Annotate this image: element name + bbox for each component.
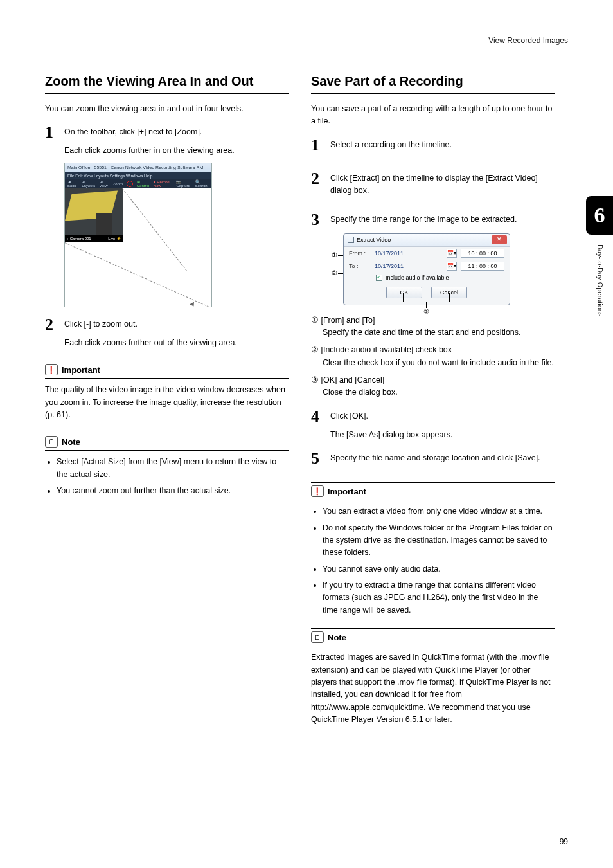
view-button[interactable]: ⊞ View — [100, 179, 109, 188]
page-number: 99 — [560, 837, 568, 846]
list-item: You cannot save only audio data. — [323, 563, 555, 575]
right-column: Save Part of a Recording You can save a … — [311, 74, 555, 732]
note-bar: 🗒 Note — [311, 628, 555, 646]
section-title-save: Save Part of a Recording — [311, 74, 555, 94]
step-text: On the toolbar, click [+] next to [Zoom]… — [64, 124, 202, 141]
step-text: Specify the time range for the image to … — [330, 212, 517, 228]
include-audio-row: Include audio if available — [344, 273, 510, 283]
dialog-titlebar: Extract Video ✕ — [344, 234, 510, 247]
from-date[interactable]: 10/17/2011 — [375, 250, 443, 257]
screenshot-dialog: ① ② Extract Video ✕ From : 10/17/2011 📅▾ — [330, 233, 517, 305]
annotation-3: ③ — [422, 308, 430, 316]
record-now-button[interactable]: ● Record Now — [154, 180, 173, 188]
step-number: 3 — [311, 212, 324, 228]
note-icon: 🗒 — [45, 436, 58, 448]
date-picker-icon[interactable]: 📅▾ — [447, 262, 457, 271]
step-sub: The [Save As] dialog box appears. — [330, 429, 555, 441]
intro-text: You can zoom the viewing area in and out… — [45, 103, 289, 115]
step-5: 5 Specify the file name and storage loca… — [311, 450, 555, 467]
page: View Recorded Images 6 Day-to-Day Operat… — [0, 0, 613, 868]
step-number: 5 — [311, 450, 324, 467]
include-audio-checkbox[interactable] — [376, 275, 382, 281]
list-item: If you try to extract a time range that … — [323, 579, 555, 617]
step-number: 4 — [311, 408, 324, 425]
chapter-tab: 6 — [586, 196, 613, 235]
capture-button[interactable]: 📷 Capture — [176, 179, 191, 188]
chapter-label: Day-to-Day Operations — [592, 244, 604, 317]
camera-live-badge: Live ⚡ — [108, 235, 121, 242]
to-time[interactable]: 11 : 00 : 00 — [461, 262, 504, 271]
step-4: 4 Click [OK]. — [311, 408, 555, 425]
important-body: The quality of the video image in the vi… — [45, 384, 289, 421]
def-body-3: Close the dialog box. — [320, 386, 555, 399]
search-button[interactable]: 🔍 Search — [195, 179, 209, 188]
zoom-plus-button[interactable] — [127, 181, 133, 187]
from-time[interactable]: 10 : 00 : 00 — [461, 249, 504, 258]
step-2: 2 Click [-] to zoom out. — [45, 316, 289, 333]
step-text: Click [Extract] on the timeline to displ… — [330, 170, 555, 197]
list-item: Select [Actual Size] from the [View] men… — [57, 456, 289, 481]
step-text: Select a recording on the timeline. — [330, 137, 452, 154]
section-title-zoom: Zoom the Viewing Area In and Out — [45, 74, 289, 94]
window-titlebar: Main Office - 55501 - Canon Network Vide… — [65, 163, 211, 172]
app-icon — [348, 237, 354, 243]
date-picker-icon[interactable]: 📅▾ — [447, 249, 457, 258]
annotation-1: ① — [330, 251, 338, 259]
def-label-3: ③ [OK] and [Cancel] — [311, 374, 555, 386]
to-label: To : — [349, 263, 371, 269]
from-row: From : 10/17/2011 📅▾ 10 : 00 : 00 — [344, 247, 510, 260]
important-icon: ❗ — [45, 364, 58, 375]
to-date[interactable]: 10/17/2011 — [375, 263, 443, 269]
note-title: Note — [328, 633, 346, 642]
camera-tile-label: ▸ Camera 001 Live ⚡ — [65, 235, 123, 242]
step-3: 3 Specify the time range for the image t… — [311, 212, 555, 228]
annotation-2: ② — [330, 269, 338, 277]
camera-name: ▸ Camera 001 — [67, 235, 91, 242]
step-number: 2 — [45, 316, 58, 333]
list-item: You cannot zoom out further than the act… — [57, 485, 289, 497]
dialog-title: Extract Video — [357, 237, 391, 243]
screenshot-viewer: Main Office - 55501 - Canon Network Vide… — [64, 163, 212, 307]
left-column: Zoom the Viewing Area In and Out You can… — [45, 74, 289, 732]
step-text: Specify the file name and storage locati… — [330, 450, 540, 467]
ok-button[interactable]: OK — [386, 287, 422, 298]
step-sub: Each click zooms further in on the viewi… — [64, 145, 289, 157]
back-button[interactable]: ◄ Back — [67, 180, 78, 188]
important-list: You can extract a video from only one vi… — [311, 505, 555, 617]
important-title: Important — [62, 365, 100, 375]
def-body-2: Clear the check box if you do not want t… — [320, 357, 555, 369]
step-1: 1 On the toolbar, click [+] next to [Zoo… — [45, 124, 289, 141]
note-title: Note — [62, 437, 80, 447]
important-bar: ❗ Important — [45, 361, 289, 379]
extract-video-dialog: Extract Video ✕ From : 10/17/2011 📅▾ 10 … — [343, 233, 510, 305]
important-bar: ❗ Important — [311, 482, 555, 500]
step-sub: Each click zooms further out of the view… — [64, 337, 289, 349]
control-button[interactable]: ⊕ Control — [137, 179, 150, 188]
def-body-1: Specify the date and time of the start a… — [320, 327, 555, 339]
important-icon: ❗ — [311, 485, 324, 497]
step-2: 2 Click [Extract] on the timeline to dis… — [311, 170, 555, 197]
layouts-button[interactable]: ⊞ Layouts — [82, 179, 95, 188]
list-item: Do not specify the Windows folder or the… — [323, 522, 555, 559]
definition-list: ① [From] and [To] Specify the date and t… — [311, 314, 555, 399]
grid-area: ▸ Camera 001 Live ⚡ — [65, 188, 211, 308]
def-label-1: ① [From] and [To] — [311, 314, 555, 327]
note-bar: 🗒 Note — [45, 433, 289, 451]
note-list: Select [Actual Size] from the [View] men… — [45, 456, 289, 497]
note-body: Extracted images are saved in QuickTime … — [311, 651, 555, 726]
def-label-2: ② [Include audio if available] check box — [311, 344, 555, 356]
step-text: Click [-] to zoom out. — [64, 316, 138, 333]
list-item: You can extract a video from only one vi… — [323, 505, 555, 518]
important-title: Important — [328, 487, 366, 496]
zoom-label: Zoom — [113, 182, 123, 186]
close-button[interactable]: ✕ — [492, 235, 507, 244]
window-menubar: File Edit View Layouts Settings Windows … — [65, 172, 211, 179]
step-text: Click [OK]. — [330, 408, 368, 425]
include-audio-label: Include audio if available — [386, 275, 449, 281]
window-toolbar: ◄ Back ⊞ Layouts ⊞ View Zoom ⊕ Control ●… — [65, 179, 211, 188]
step-number: 1 — [311, 137, 324, 154]
intro-text: You can save a part of a recording with … — [311, 103, 555, 128]
step-number: 2 — [311, 170, 324, 197]
from-label: From : — [349, 250, 371, 257]
to-row: To : 10/17/2011 📅▾ 11 : 00 : 00 — [344, 260, 510, 273]
